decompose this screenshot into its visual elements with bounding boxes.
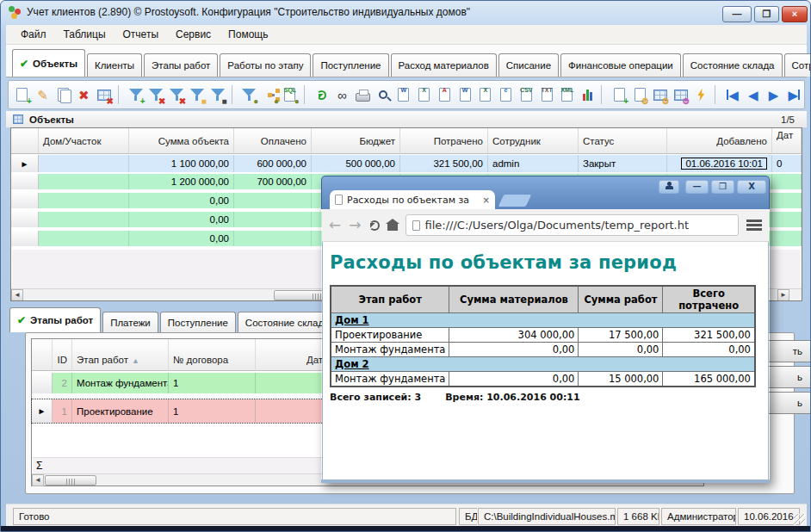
form-settings-icon[interactable]: ⚙ [671, 84, 691, 106]
tab-расход-материалов[interactable]: Расход материалов [391, 53, 497, 77]
menu-item-0[interactable]: Файл [13, 27, 54, 42]
export-excel-icon[interactable]: X [414, 84, 435, 106]
delete-all-records-icon[interactable]: ✖ [94, 84, 115, 106]
export-word-template-icon[interactable]: W [455, 84, 475, 106]
browser-profile-button[interactable] [659, 180, 679, 194]
address-bar[interactable]: file:///C:/Users/Olga/Documents/temp_rep… [406, 214, 740, 236]
objects-col-header[interactable]: Статус [579, 128, 667, 154]
back-icon[interactable]: ← [329, 218, 341, 232]
objects-col-header[interactable]: Добавлено [667, 128, 772, 154]
tab-этапы-работ[interactable]: Этапы работ [144, 53, 218, 77]
filter-clear-all-icon[interactable]: ✖ [166, 84, 187, 106]
objects-col-header[interactable]: Сотрудник [488, 128, 579, 154]
cell[interactable]: Проектирование [72, 399, 169, 423]
export-html-icon[interactable]: e [496, 84, 517, 106]
tab-состояние-склада[interactable]: Состояние склада [683, 53, 783, 77]
export-pdf-icon[interactable]: A [434, 84, 455, 106]
menu-item-3[interactable]: Сервис [168, 27, 219, 42]
record-settings-icon[interactable]: ⚙ [629, 84, 650, 106]
menu-item-2[interactable]: Отчеты [115, 27, 166, 42]
export-word-icon[interactable]: W [393, 84, 414, 106]
browser-close-button[interactable]: X [737, 180, 766, 194]
tab-финансовые-операции[interactable]: Финансовые операции [560, 53, 681, 77]
browser-tab[interactable]: Расходы по объектам за × [330, 190, 495, 209]
cell[interactable] [234, 212, 312, 227]
cell[interactable]: 700 000,00 [234, 174, 312, 189]
nav-prev-icon[interactable]: ◀ [743, 84, 764, 106]
cell[interactable]: 1 200 000,00 [129, 174, 234, 189]
browser-maximize-button[interactable]: ❐ [711, 180, 734, 194]
objects-col-header[interactable]: Дом/Участок [39, 128, 129, 154]
cell[interactable]: 321 500,00 [400, 155, 488, 172]
table-row[interactable]: ►1 100 000,00600 000,00500 000,00321 500… [11, 155, 802, 172]
close-button[interactable]: × [782, 6, 808, 22]
objects-col-header[interactable]: Потрачено [400, 128, 488, 154]
detail-tab-этапы-работ[interactable]: ✔Этапы работ [9, 307, 101, 332]
add-child-record-icon[interactable]: + [609, 84, 629, 106]
actions-icon[interactable] [690, 84, 711, 106]
cell[interactable] [39, 193, 129, 208]
refresh-icon[interactable] [312, 84, 332, 106]
cell[interactable]: 2 [53, 373, 72, 393]
nav-next-icon[interactable]: ▶ [764, 84, 784, 106]
tab-поступление[interactable]: Поступление [313, 53, 388, 77]
cell[interactable]: 600 000,00 [234, 155, 312, 172]
stages-col-header[interactable]: Этап работ▲ [72, 339, 169, 371]
cell[interactable]: Монтаж фундамента [72, 373, 169, 393]
cell[interactable] [772, 231, 802, 246]
cell[interactable] [772, 193, 802, 208]
cell[interactable] [39, 231, 129, 246]
filter-add-icon[interactable]: + [126, 84, 146, 106]
tab-списание[interactable]: Списание [498, 53, 559, 77]
objects-col-header[interactable]: Бюджет [312, 128, 400, 154]
forward-icon[interactable]: → [349, 218, 361, 232]
cell[interactable] [39, 155, 129, 172]
scroll-thumb[interactable] [274, 290, 327, 300]
browser-title-bar[interactable]: — ❐ X Расходы по объектам за × [321, 176, 770, 209]
nav-last-icon[interactable]: ▶ [783, 84, 804, 106]
browser-menu-icon[interactable] [746, 220, 762, 231]
nav-first-icon[interactable]: ◀ [722, 84, 743, 106]
add-record-icon[interactable]: + [12, 84, 33, 106]
cell[interactable]: 0,00 [129, 231, 234, 246]
preview-icon[interactable] [373, 84, 393, 106]
scroll-thumb[interactable] [45, 475, 96, 486]
filter-save-icon[interactable]: ■ [207, 84, 228, 106]
cell[interactable]: 500 000,00 [312, 155, 400, 172]
cell[interactable]: 1 100 000,00 [129, 155, 234, 172]
table-settings-icon[interactable]: ⚙ [650, 84, 671, 106]
cell[interactable] [772, 174, 802, 189]
browser-minimize-button[interactable]: — [685, 180, 709, 194]
menu-item-1[interactable]: Таблицы [56, 27, 114, 42]
detail-tab-поступление[interactable]: Поступление [160, 312, 236, 332]
chart-icon[interactable] [578, 84, 598, 106]
cell[interactable]: 01.06.2016 10:01 [667, 155, 772, 172]
tab-клиенты[interactable]: Клиенты [87, 53, 142, 77]
edit-record-icon[interactable]: ✎ [33, 84, 53, 106]
delete-record-icon[interactable]: ✖ [73, 84, 94, 106]
stages-col-header[interactable]: ID [53, 339, 72, 371]
find-icon[interactable]: ∞ [332, 84, 353, 106]
sql-view-icon[interactable]: SQL● [280, 84, 300, 106]
detail-tab-платежи[interactable]: Платежи [102, 312, 158, 332]
export-csv-icon[interactable]: CSV [516, 84, 536, 106]
filter-clear-icon[interactable]: ✖ [146, 84, 167, 106]
objects-col-header[interactable]: Сумма объекта [129, 128, 234, 154]
export-xml-icon[interactable]: XML [557, 84, 578, 106]
cell[interactable]: admin [488, 155, 579, 172]
resize-grip[interactable] [794, 514, 805, 525]
cell[interactable]: 1 [169, 399, 256, 423]
reload-icon[interactable] [369, 220, 380, 231]
export-txt-icon[interactable]: TXT [536, 84, 557, 106]
cell[interactable] [39, 212, 129, 227]
home-icon[interactable] [387, 224, 398, 231]
cell[interactable] [234, 231, 312, 246]
scroll-right-icon[interactable]: ► [777, 289, 789, 301]
objects-col-header[interactable]: Дат [772, 128, 802, 154]
cell[interactable]: 0,00 [129, 193, 234, 208]
tab-close-icon[interactable]: × [483, 195, 490, 205]
scroll-left-icon[interactable]: ◄ [11, 289, 23, 301]
stages-col-header[interactable]: № договора [169, 339, 256, 371]
filter-view-icon[interactable]: ● [239, 84, 260, 106]
cell[interactable]: 1 [53, 399, 72, 423]
